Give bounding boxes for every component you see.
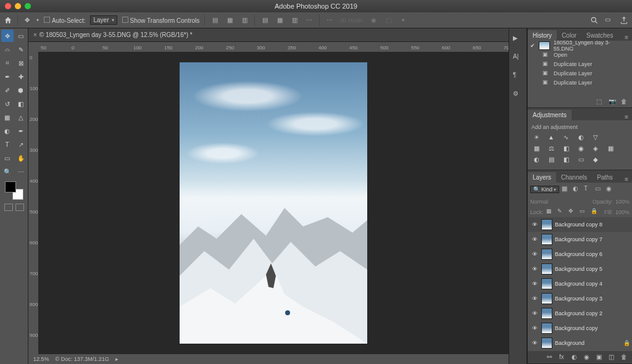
filter-type-icon[interactable]: T [584,185,592,194]
tool-preset-dropdown[interactable]: ▾ [36,17,39,23]
lasso-tool[interactable]: ⌓ [1,43,14,56]
doc-info[interactable]: © Doc: 137.3M/1.21G [56,356,109,362]
color-swatches[interactable] [5,181,23,200]
filter-shape-icon[interactable]: ▭ [595,185,604,194]
gradient-tool[interactable]: ▦ [1,111,14,123]
black-white-icon[interactable]: ◧ [561,144,571,152]
layer-visibility-icon[interactable]: 👁 [530,221,539,228]
layer-row[interactable]: 👁Background copy 3 [528,291,632,306]
type-panel-icon[interactable]: A| [513,53,523,63]
opacity-value[interactable]: 100% [615,199,630,205]
align-left-icon[interactable]: ▤ [210,15,220,25]
panel-menu-icon[interactable]: ≡ [621,34,632,41]
new-fill-adjust-icon[interactable]: ◉ [584,354,591,361]
layer-visibility-icon[interactable]: 👁 [530,266,539,272]
color-balance-icon[interactable]: ⚖ [546,144,556,152]
home-icon[interactable] [4,16,12,25]
dodge-tool[interactable]: ◐ [1,125,14,137]
quick-mask-icon[interactable] [4,204,13,211]
stamp-tool[interactable]: ⬢ [15,84,27,96]
layer-visibility-icon[interactable]: 👁 [530,281,539,287]
filter-pixel-icon[interactable]: ▦ [562,185,570,194]
zoom-level[interactable]: 12.5% [33,356,49,362]
pen-tool[interactable]: ✒ [15,125,27,137]
close-window-button[interactable] [5,3,11,9]
color-lookup-icon[interactable]: ▦ [605,144,615,152]
lock-all-icon[interactable]: 🔒 [591,208,599,217]
layer-mask-icon[interactable]: ◐ [572,354,579,361]
auto-select-mode-dropdown[interactable]: Layer▾ [90,15,117,25]
tab-history[interactable]: History [528,30,557,41]
canvas[interactable] [38,52,509,354]
document-tab[interactable]: × © 180503_Lyngen day 3-55.DNG @ 12.5% (… [28,28,509,42]
exposure-icon[interactable]: ◐ [576,133,586,141]
align-right-icon[interactable]: ▥ [239,15,249,25]
brush-tool[interactable]: ✐ [1,84,14,96]
layer-style-icon[interactable]: fx [559,354,567,361]
crop-tool[interactable]: ⌗ [1,57,14,69]
layer-visibility-icon[interactable]: 👁 [530,251,539,257]
search-icon[interactable] [590,16,599,25]
layer-visibility-icon[interactable]: 👁 [530,236,539,242]
lock-position-icon[interactable]: ✥ [568,208,577,217]
new-group-icon[interactable]: ▣ [596,354,604,361]
layer-visibility-icon[interactable]: 👁 [530,296,539,302]
paragraph-panel-icon[interactable]: ¶ [513,72,523,81]
layer-row[interactable]: 👁Background🔒 [528,336,632,350]
gradient-map-icon[interactable]: ▭ [576,155,586,163]
align-top-icon[interactable]: ▤ [260,15,270,25]
panel-menu-icon[interactable]: ≡ [621,114,632,120]
posterize-icon[interactable]: ▤ [546,155,556,163]
hand-tool[interactable]: ✋ [15,152,27,164]
align-bottom-icon[interactable]: ▥ [289,15,299,25]
share-icon[interactable] [620,16,628,25]
levels-icon[interactable]: ▲ [546,133,556,141]
doc-info-chevron[interactable]: ▸ [115,356,118,362]
tab-layers[interactable]: Layers [528,172,556,183]
link-layers-icon[interactable]: ⚯ [547,354,554,361]
more-align-icon[interactable]: ⋯ [325,15,335,25]
properties-panel-icon[interactable]: ⚙ [513,90,523,100]
heal-tool[interactable]: ✚ [15,70,27,83]
minimize-window-button[interactable] [15,3,21,9]
tab-swatches[interactable]: Swatches [581,30,618,41]
layer-row[interactable]: 👁Background copy 4 [528,276,632,291]
tab-color[interactable]: Color [557,30,581,41]
edit-toolbar[interactable]: ⋯ [15,165,27,178]
layer-row[interactable]: 👁Background copy 2 [528,306,632,321]
photo-filter-icon[interactable]: ◉ [576,144,586,152]
play-icon[interactable]: ▶ [513,35,523,44]
frame-tool[interactable]: ⊠ [15,57,27,69]
lock-artboard-icon[interactable]: ▭ [580,208,588,217]
layer-visibility-icon[interactable]: 👁 [530,340,539,346]
eraser-tool[interactable]: ◧ [15,97,27,110]
lock-transparency-icon[interactable]: ▦ [546,208,555,217]
brightness-icon[interactable]: ☀ [531,133,541,141]
tab-adjustments[interactable]: Adjustments [528,110,572,120]
layer-filter-dropdown[interactable]: 🔍Kind▾ [530,186,559,193]
foreground-color[interactable] [5,181,16,192]
lock-pixels-icon[interactable]: ✎ [557,208,566,217]
auto-select-checkbox[interactable]: Auto-Select: [44,17,85,24]
invert-icon[interactable]: ◐ [531,155,541,163]
tab-paths[interactable]: Paths [592,172,618,183]
maximize-window-button[interactable] [25,3,31,9]
history-source[interactable]: ✔ 180503_Lyngen day 3-55.DNG [528,41,632,50]
screen-mode-icon[interactable] [15,204,24,211]
layer-row[interactable]: 👁Background copy 6 [528,247,632,262]
channel-mixer-icon[interactable]: ◈ [591,144,601,152]
align-center-v-icon[interactable]: ▦ [275,15,285,25]
hue-sat-icon[interactable]: ▦ [531,144,541,152]
zoom-tool[interactable]: 🔍 [1,165,14,178]
blend-mode-dropdown[interactable]: Normal [530,199,548,205]
close-tab-icon[interactable]: × [33,31,37,38]
layer-row[interactable]: 👁Background copy 8 [528,217,632,232]
path-tool[interactable]: ↗ [15,138,27,151]
new-snapshot-icon[interactable]: 📷 [609,98,616,105]
selective-color-icon[interactable]: ◆ [591,155,601,163]
curves-icon[interactable]: ∿ [561,133,571,141]
fill-value[interactable]: 100% [615,209,630,215]
threshold-icon[interactable]: ◧ [561,155,571,163]
layer-visibility-icon[interactable]: 👁 [530,325,539,331]
filter-adjust-icon[interactable]: ◐ [573,185,581,194]
